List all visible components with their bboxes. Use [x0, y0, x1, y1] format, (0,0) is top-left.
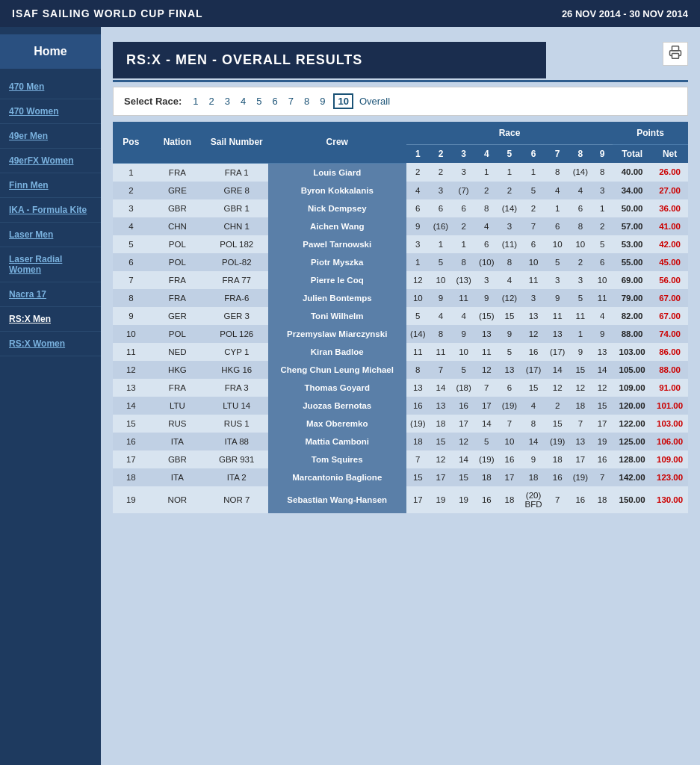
- net-cell: 103.00: [651, 415, 688, 433]
- nation-cell: POL: [149, 253, 205, 271]
- sail-cell: FRA-6: [205, 289, 267, 307]
- r8-cell: 15: [569, 361, 592, 379]
- r7-cell: 4: [546, 182, 569, 199]
- crew-cell: Tom Squires: [268, 450, 406, 468]
- r9-cell: 18: [592, 486, 613, 513]
- net-cell: 27.00: [651, 182, 688, 199]
- net-cell: 45.00: [651, 253, 688, 271]
- r8-cell: 17: [569, 450, 592, 468]
- sidebar-item-finn-men[interactable]: Finn Men: [0, 173, 101, 198]
- race-4-link[interactable]: 4: [238, 95, 248, 108]
- total-cell: 82.00: [613, 307, 651, 325]
- sidebar-item-laser-men[interactable]: Laser Men: [0, 223, 101, 247]
- sail-cell: ITA 2: [205, 468, 267, 486]
- r9-cell: 19: [592, 433, 613, 450]
- net-cell: 56.00: [651, 271, 688, 289]
- crew-cell: Max Oberemko: [268, 415, 406, 433]
- race-10-link[interactable]: 10: [333, 93, 353, 109]
- r5-cell: 5: [498, 343, 521, 361]
- net-cell: 106.00: [651, 433, 688, 450]
- home-button[interactable]: Home: [0, 34, 101, 69]
- table-row: 17GBRGBR 931Tom Squires71214(19)16918171…: [113, 450, 688, 468]
- r3-cell: 17: [452, 415, 475, 433]
- r8-cell: (14): [569, 163, 592, 182]
- net-cell: 123.00: [651, 468, 688, 486]
- r8-cell: 1: [569, 325, 592, 343]
- r9-cell: 15: [592, 397, 613, 415]
- table-row: 11NEDCYP 1Kiran Badloe11111011516(17)913…: [113, 343, 688, 361]
- r5-cell: (12): [498, 289, 521, 307]
- r2-cell: 19: [430, 486, 453, 513]
- r7-cell: 5: [546, 253, 569, 271]
- r6-cell: 12: [521, 325, 546, 343]
- race-5-link[interactable]: 5: [254, 95, 264, 108]
- r3-cell: 1: [452, 235, 475, 253]
- net-cell: 67.00: [651, 289, 688, 307]
- r5-cell: 15: [498, 307, 521, 325]
- sidebar-item-rsx-women[interactable]: RS:X Women: [0, 332, 101, 356]
- sail-cell: ITA 88: [205, 433, 267, 450]
- pos-cell: 1: [113, 163, 149, 182]
- r1-cell: 10: [406, 289, 430, 307]
- sidebar-item-49er-men[interactable]: 49er Men: [0, 124, 101, 149]
- r9-cell: 6: [592, 253, 613, 271]
- sail-cell: GBR 1: [205, 199, 267, 217]
- net-cell: 91.00: [651, 379, 688, 397]
- svg-rect-0: [672, 46, 679, 51]
- total-cell: 109.00: [613, 379, 651, 397]
- table-row: 19NORNOR 7Sebastian Wang-Hansen171919161…: [113, 486, 688, 513]
- sidebar-item-470-men[interactable]: 470 Men: [0, 75, 101, 99]
- pos-cell: 16: [113, 433, 149, 450]
- r3-cell: 10: [452, 343, 475, 361]
- event-dates: 26 NOV 2014 - 30 NOV 2014: [562, 8, 688, 19]
- r8-cell: 16: [569, 486, 592, 513]
- r3-cell: 15: [452, 468, 475, 486]
- pos-cell: 14: [113, 397, 149, 415]
- sail-cell: NOR 7: [205, 486, 267, 513]
- r2-cell: 6: [430, 199, 453, 217]
- race-7-link[interactable]: 7: [286, 95, 296, 108]
- r3-cell: 19: [452, 486, 475, 513]
- nation-cell: NED: [149, 343, 205, 361]
- pos-cell: 3: [113, 199, 149, 217]
- sidebar-item-ika-formula-kite[interactable]: IKA - Formula Kite: [0, 198, 101, 223]
- nation-cell: FRA: [149, 271, 205, 289]
- crew-cell: Juozas Bernotas: [268, 397, 406, 415]
- total-cell: 79.00: [613, 289, 651, 307]
- sidebar-item-49erfx-women[interactable]: 49erFX Women: [0, 149, 101, 173]
- net-cell: 26.00: [651, 163, 688, 182]
- pos-cell: 9: [113, 307, 149, 325]
- crew-cell: Sebastian Wang-Hansen: [268, 486, 406, 513]
- print-button[interactable]: [663, 42, 688, 66]
- r1-cell: 4: [406, 182, 430, 199]
- r8-cell: 4: [569, 182, 592, 199]
- race-1-link[interactable]: 1: [191, 95, 200, 108]
- results-tbody: 1FRAFRA 1Louis Giard2231118(14)840.0026.…: [113, 163, 688, 513]
- r6-cell: 13: [521, 307, 546, 325]
- r9-cell: 8: [592, 163, 613, 182]
- table-row: 1FRAFRA 1Louis Giard2231118(14)840.0026.…: [113, 163, 688, 182]
- crew-cell: Nick Dempsey: [268, 199, 406, 217]
- sidebar-item-laser-radial-women[interactable]: Laser Radial Women: [0, 247, 101, 282]
- r4-cell: 1: [475, 163, 498, 182]
- r5-cell: 6: [498, 379, 521, 397]
- sidebar-item-470-women[interactable]: 470 Women: [0, 99, 101, 124]
- race-8-link[interactable]: 8: [302, 95, 312, 108]
- overall-link[interactable]: Overall: [359, 96, 390, 107]
- r2-cell: 10: [430, 271, 453, 289]
- race-3-link[interactable]: 3: [223, 95, 232, 108]
- net-cell: 36.00: [651, 199, 688, 217]
- r6-cell: 8: [521, 415, 546, 433]
- race-9-link[interactable]: 9: [318, 95, 327, 108]
- r9-cell: 9: [592, 325, 613, 343]
- nation-cell: LTU: [149, 397, 205, 415]
- r9-cell: 14: [592, 361, 613, 379]
- r9-cell: 7: [592, 468, 613, 486]
- race-2-link[interactable]: 2: [207, 95, 217, 108]
- sidebar-item-rsx-men[interactable]: RS:X Men: [0, 307, 101, 332]
- r9-cell: 12: [592, 379, 613, 397]
- total-cell: 34.00: [613, 182, 651, 199]
- sidebar-item-nacra-17[interactable]: Nacra 17: [0, 282, 101, 307]
- race-6-link[interactable]: 6: [270, 95, 280, 108]
- net-cell: 88.00: [651, 361, 688, 379]
